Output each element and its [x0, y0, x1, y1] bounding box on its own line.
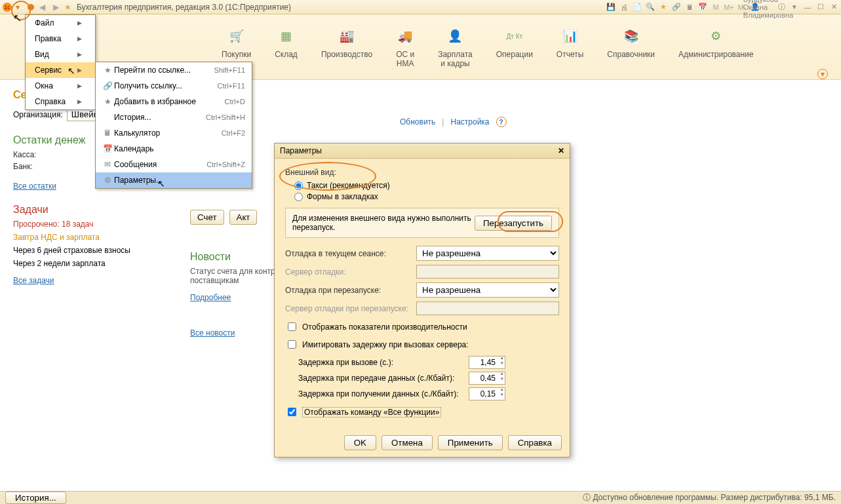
menu-view[interactable]: Вид▶	[26, 47, 95, 62]
menu-help[interactable]: Справка▶	[26, 94, 95, 109]
help-button[interactable]: Справка	[508, 435, 562, 450]
truck-icon: 🚚	[396, 28, 414, 45]
search-icon[interactable]: 🔍	[646, 3, 655, 12]
mplus-icon[interactable]: M+	[724, 3, 733, 12]
delay-recv-spin[interactable]: 0,15	[469, 387, 505, 400]
delay-send-spin[interactable]: 0,45	[469, 372, 505, 385]
titlebar: 1c ▾ ◀ ▶ ★ Бухгалтерия предприятия, реда…	[0, 0, 841, 14]
debug-session-select[interactable]: Не разрешена	[416, 246, 559, 261]
appearance-legend: Внешний вид:	[285, 168, 559, 177]
radio-taxi[interactable]	[294, 182, 303, 190]
chevron-right-icon: ▶	[77, 98, 82, 105]
back-icon[interactable]: ◀	[39, 3, 45, 12]
menu-calendar[interactable]: 📅Календарь	[96, 141, 252, 157]
org-label: Организация:	[13, 110, 63, 119]
chevron-right-icon: ▶	[77, 83, 82, 89]
nav-item-warehouse[interactable]: ▦Склад	[263, 14, 309, 79]
close-icon[interactable]: ✕	[558, 146, 564, 155]
chk-perf[interactable]	[288, 322, 296, 331]
btn-akt[interactable]: Акт	[229, 210, 258, 225]
star-icon[interactable]: ★	[64, 3, 71, 12]
dialog-title: Параметры	[280, 146, 322, 155]
news-body: Статус счета для контрол поставщикам	[190, 267, 284, 285]
menu-messages[interactable]: ✉СообщенияCtrl+Shift+Z	[96, 157, 252, 172]
fav-icon[interactable]: ★	[659, 3, 668, 12]
calc-icon: 🖩	[101, 128, 114, 138]
btn-schet[interactable]: Счет	[190, 210, 224, 225]
cursor-icon: ↖	[13, 12, 22, 24]
doc-icon[interactable]: 📄	[633, 3, 642, 12]
menu-goto-link[interactable]: ★Перейти по ссылке...Shift+F11	[96, 62, 252, 78]
history-button[interactable]: История...	[5, 492, 66, 504]
menu-file[interactable]: Файл▶	[26, 15, 95, 31]
calendar-icon: 📅	[101, 144, 114, 153]
service-submenu: ★Перейти по ссылке...Shift+F11 🔗Получить…	[95, 62, 252, 189]
debug-server-restart-input	[416, 301, 559, 315]
cursor-icon: ↖	[68, 66, 75, 76]
cursor-icon: ↖	[157, 178, 165, 189]
menu-history[interactable]: История...Ctrl+Shift+H	[96, 109, 252, 125]
nav-item-operations[interactable]: Дт КтОперации	[484, 14, 545, 79]
gear-icon: ⚙	[101, 176, 114, 185]
menu-windows[interactable]: Окна▶	[26, 78, 95, 94]
user-name: Бурдукова Оксана Владимировна	[764, 3, 773, 12]
cart-icon: 🛒	[222, 28, 251, 45]
link-more[interactable]: Подробнее	[190, 293, 231, 302]
menu-add-fav[interactable]: ★Добавить в избранноеCtrl+D	[96, 94, 252, 109]
ok-button[interactable]: OK	[344, 435, 376, 450]
menu-service[interactable]: Сервис▶	[26, 62, 95, 78]
radio-tabs[interactable]	[294, 193, 303, 201]
link-icon[interactable]: 🔗	[672, 3, 681, 12]
star-icon: ★	[101, 97, 114, 106]
link-all-tasks[interactable]: Все задачи	[13, 276, 54, 285]
dtkt-icon: Дт Кт	[496, 28, 533, 45]
m-icon[interactable]: M	[711, 3, 720, 12]
link-all-news[interactable]: Все новости	[190, 328, 235, 338]
menu-params[interactable]: ⚙Параметры...	[96, 172, 252, 188]
cancel-button[interactable]: Отмена	[381, 435, 433, 450]
fwd-icon[interactable]: ▶	[53, 3, 59, 12]
dd-icon[interactable]: ▾	[790, 3, 799, 12]
status-text: ⓘ Доступно обновление программы. Размер …	[583, 492, 836, 503]
apply-button[interactable]: Применить	[438, 435, 503, 450]
nav-item-admin[interactable]: ⚙Администрирование	[667, 14, 765, 79]
chk-allfn[interactable]	[288, 408, 296, 416]
grid-icon: ▦	[275, 28, 298, 45]
restart-button[interactable]: Перезапустить	[475, 216, 552, 231]
menu-calc[interactable]: 🖩КалькуляторCtrl+F2	[96, 125, 252, 141]
menu-get-link[interactable]: 🔗Получить ссылку...Ctrl+F11	[96, 78, 252, 94]
debug-restart-select[interactable]: Не разрешена	[416, 282, 559, 298]
nav-item-salary[interactable]: 👤Зарплата и кадры	[426, 14, 484, 79]
menu-edit[interactable]: Правка▶	[26, 31, 95, 47]
news-title: Новости	[190, 251, 284, 263]
calc-icon[interactable]: 🖩	[685, 3, 694, 12]
circle-icon	[28, 4, 34, 10]
link-settings[interactable]: Настройка	[450, 117, 489, 126]
print-icon[interactable]: 🖨	[619, 3, 629, 12]
nav-item-refs[interactable]: 📚Справочники	[595, 14, 667, 79]
chk-delay[interactable]	[288, 340, 296, 349]
minimize-icon[interactable]: —	[803, 3, 812, 12]
nav-item-production[interactable]: 🏭Производство	[309, 14, 384, 79]
info-icon[interactable]: ⓘ	[777, 3, 786, 12]
link-update[interactable]: Обновить	[400, 117, 435, 126]
delay-call-spin[interactable]: 1,45	[469, 356, 505, 369]
app-logo-icon: 1c	[3, 3, 12, 12]
chevron-right-icon: ▶	[77, 51, 82, 58]
nav-item-assets[interactable]: 🚚ОС и НМА	[384, 14, 426, 79]
gear-icon: ⚙	[678, 28, 753, 45]
dropdown-icon[interactable]: ▾	[16, 3, 20, 12]
save-icon[interactable]: 💾	[606, 3, 616, 12]
nav-expand-icon[interactable]: ▾	[817, 69, 828, 79]
params-dialog: Параметры ✕ Внешний вид: Такси (рекоменд…	[274, 143, 570, 457]
window-title: Бухгалтерия предприятия, редакция 3.0 (1…	[77, 3, 606, 12]
kassa-label: Касса:	[13, 150, 37, 159]
help-icon[interactable]: ?	[496, 117, 507, 127]
close-icon[interactable]: ✕	[829, 3, 838, 12]
books-icon: 📚	[607, 28, 655, 45]
cal-icon[interactable]: 📅	[698, 3, 707, 12]
nav-item-reports[interactable]: 📊Отчеты	[545, 14, 595, 79]
link-remains[interactable]: Все остатки	[13, 182, 56, 191]
star-icon: ★	[101, 66, 114, 75]
maximize-icon[interactable]: ☐	[816, 3, 825, 12]
